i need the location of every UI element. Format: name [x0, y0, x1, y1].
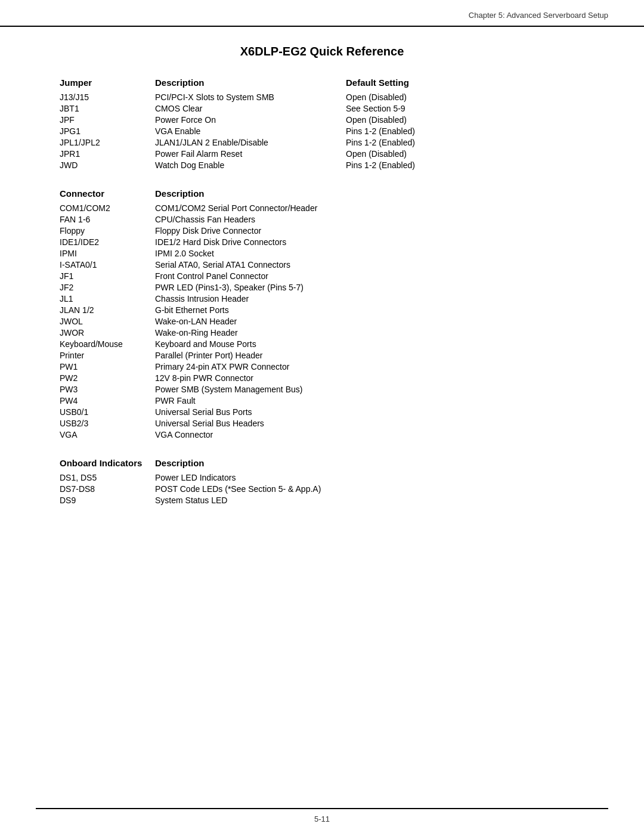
table-row: DS1, DS5 — [60, 472, 155, 483]
table-row: Chassis Intrusion Header — [155, 293, 584, 304]
table-row: JPF — [60, 114, 155, 125]
table-row: Open (Disabled) — [346, 91, 584, 103]
top-header: Chapter 5: Advanced Serverboard Setup — [0, 0, 644, 27]
onboard-header-row: Onboard Indicators Description — [60, 457, 584, 472]
table-row: JWOR — [60, 327, 155, 338]
table-row: USB0/1 — [60, 406, 155, 417]
table-row: JF2 — [60, 281, 155, 293]
connector-rows: COM1/COM2COM1/COM2 Serial Port Connector… — [60, 202, 584, 440]
table-row: Keyboard/Mouse — [60, 338, 155, 349]
onboard-rows: DS1, DS5Power LED IndicatorsDS7-DS8POST … — [60, 472, 584, 506]
table-row: VGA — [60, 429, 155, 440]
page-container: Chapter 5: Advanced Serverboard Setup X6… — [0, 0, 644, 833]
table-row: Pins 1-2 (Enabled) — [346, 159, 584, 171]
jumper-table: Jumper Description Default Setting — [60, 76, 584, 91]
table-row: PW1 — [60, 361, 155, 372]
bottom-divider — [36, 808, 608, 809]
table-row: JWOL — [60, 315, 155, 327]
table-row: Front Control Panel Connector — [155, 270, 584, 281]
table-row: Power SMB (System Management Bus) — [155, 383, 584, 395]
table-row: JBT1 — [60, 103, 155, 114]
table-row: FAN 1-6 — [60, 213, 155, 225]
table-row: DS9 — [60, 494, 155, 506]
onboard-col-header-1: Description — [155, 457, 584, 472]
table-row: Floppy Disk Drive Connector — [155, 225, 584, 236]
table-row: Power LED Indicators — [155, 472, 584, 483]
table-row: IPMI — [60, 247, 155, 259]
table-row: IDE1/2 Hard Disk Drive Connectors — [155, 236, 584, 247]
table-row: See Section 5-9 — [346, 103, 584, 114]
onboard-col-header-0: Onboard Indicators — [60, 457, 155, 472]
table-row: PCI/PCI-X Slots to System SMB — [155, 91, 346, 103]
jumper-section: Jumper Description Default Setting J13/J… — [60, 76, 584, 171]
table-row: Keyboard and Mouse Ports — [155, 338, 584, 349]
table-row: IPMI 2.0 Socket — [155, 247, 584, 259]
table-row: JPR1 — [60, 148, 155, 159]
jumper-col-header-0: Jumper — [60, 76, 155, 91]
table-row: Watch Dog Enable — [155, 159, 346, 171]
table-row: JLAN1/JLAN 2 Enable/Disable — [155, 137, 346, 148]
table-row: CMOS Clear — [155, 103, 346, 114]
table-row: Power Fail Alarm Reset — [155, 148, 346, 159]
table-row: JPG1 — [60, 125, 155, 137]
table-row: PWR Fault — [155, 395, 584, 406]
table-row: CPU/Chassis Fan Headers — [155, 213, 584, 225]
table-row: Floppy — [60, 225, 155, 236]
table-row: Universal Serial Bus Ports — [155, 406, 584, 417]
jumper-col-header-2: Default Setting — [346, 76, 584, 91]
table-row: Parallel (Printer Port) Header — [155, 349, 584, 361]
page-title: X6DLP-EG2 Quick Reference — [60, 45, 584, 58]
table-row: JWD — [60, 159, 155, 171]
table-row: I-SATA0/1 — [60, 259, 155, 270]
table-row: Universal Serial Bus Headers — [155, 417, 584, 429]
jumper-rows: J13/J15PCI/PCI-X Slots to System SMBOpen… — [60, 91, 584, 171]
content-area: X6DLP-EG2 Quick Reference Jumper Descrip… — [0, 27, 644, 570]
chapter-label: Chapter 5: Advanced Serverboard Setup — [469, 11, 608, 20]
page-number: 5-11 — [0, 815, 644, 823]
table-row: PW4 — [60, 395, 155, 406]
table-row: JF1 — [60, 270, 155, 281]
table-row: PW3 — [60, 383, 155, 395]
table-row: System Status LED — [155, 494, 584, 506]
connector-section: Connector Description COM1/COM2COM1/COM2… — [60, 187, 584, 440]
table-row: J13/J15 — [60, 91, 155, 103]
table-row: POST Code LEDs (*See Section 5- & App.A) — [155, 483, 584, 494]
table-row: JLAN 1/2 — [60, 304, 155, 315]
table-row: COM1/COM2 — [60, 202, 155, 213]
jumper-col-header-1: Description — [155, 76, 346, 91]
table-row: COM1/COM2 Serial Port Connector/Header — [155, 202, 584, 213]
connector-header-row: Connector Description — [60, 187, 584, 202]
connector-col-header-1: Description — [155, 187, 584, 202]
table-row: Serial ATA0, Serial ATA1 Connectors — [155, 259, 584, 270]
table-row: PWR LED (Pins1-3), Speaker (Pins 5-7) — [155, 281, 584, 293]
table-row: Open (Disabled) — [346, 148, 584, 159]
table-row: Wake-on-LAN Header — [155, 315, 584, 327]
table-row: JL1 — [60, 293, 155, 304]
table-row: JPL1/JPL2 — [60, 137, 155, 148]
table-row: IDE1/IDE2 — [60, 236, 155, 247]
table-row: Pins 1-2 (Enabled) — [346, 137, 584, 148]
table-row: USB2/3 — [60, 417, 155, 429]
table-row: PW2 — [60, 372, 155, 383]
table-row: VGA Enable — [155, 125, 346, 137]
table-row: DS7-DS8 — [60, 483, 155, 494]
table-row: Power Force On — [155, 114, 346, 125]
table-row: Wake-on-Ring Header — [155, 327, 584, 338]
table-row: Printer — [60, 349, 155, 361]
connector-col-header-0: Connector — [60, 187, 155, 202]
table-row: G-bit Ethernet Ports — [155, 304, 584, 315]
onboard-section: Onboard Indicators Description DS1, DS5P… — [60, 457, 584, 506]
table-row: Open (Disabled) — [346, 114, 584, 125]
table-row: Primary 24-pin ATX PWR Connector — [155, 361, 584, 372]
table-row: VGA Connector — [155, 429, 584, 440]
table-row: Pins 1-2 (Enabled) — [346, 125, 584, 137]
table-row: 12V 8-pin PWR Connector — [155, 372, 584, 383]
